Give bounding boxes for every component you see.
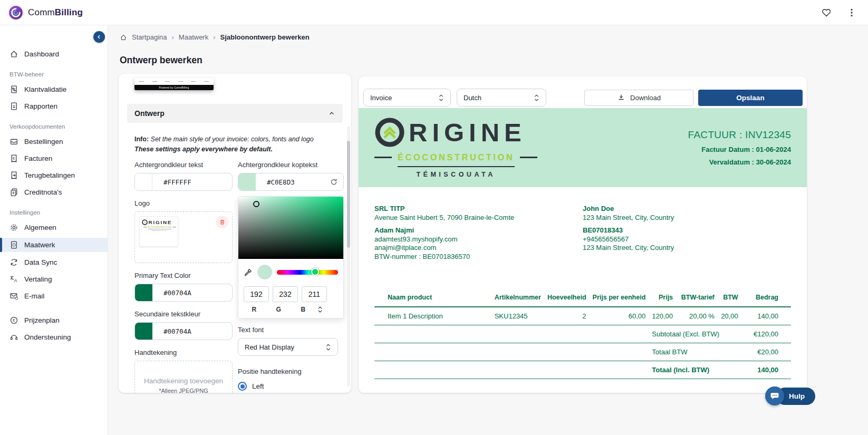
sidebar-item-ondersteuning[interactable]: Ondersteuning — [0, 331, 108, 344]
summary-value: 140,00 — [741, 361, 791, 379]
sidebar-item-vertaling[interactable]: A Vertaling — [0, 273, 108, 286]
bg-text-swatch[interactable] — [135, 173, 152, 190]
breadcrumb-current: Sjabloonontwerp bewerken — [220, 33, 310, 41]
logo-preview: RIGINE ÉCOCONSTRUCTION TÉMISCOUATA — [139, 216, 178, 247]
sidebar-item-creditnotas[interactable]: Creditnota's — [0, 186, 108, 199]
design-section-header[interactable]: Ontwerp — [127, 104, 343, 123]
sync-icon — [9, 258, 18, 267]
cell: 2 — [544, 307, 590, 325]
sidebar-item-maatwerk[interactable]: Maatwerk — [0, 238, 108, 252]
signature-add-text: Handtekening toevoegen — [144, 377, 223, 385]
secondary-color-swatch[interactable] — [135, 323, 152, 340]
invoice-due-date: Vervaldatum : 30-06-2024 — [688, 158, 791, 166]
signature-position-left[interactable]: Left — [238, 382, 344, 391]
bg-header-color-field — [238, 173, 344, 191]
secondary-color-hex-input[interactable] — [152, 327, 203, 335]
chevron-up-icon[interactable] — [328, 110, 335, 117]
green-value-input[interactable] — [273, 286, 298, 302]
invoice-number: FACTUUR : INV12345 — [688, 129, 791, 141]
sidebar-item-prijzenplan[interactable]: € Prijzenplan — [0, 314, 108, 327]
secondary-color-field — [134, 322, 233, 340]
logo-label: Logo — [134, 199, 233, 207]
sidebar-item-email[interactable]: E-mail — [0, 289, 108, 303]
primary-color-swatch[interactable] — [135, 284, 152, 301]
blue-label: B — [293, 306, 314, 313]
text-font-select[interactable]: Red Hat Display — [238, 338, 338, 356]
logo-name-text: RIGINE — [409, 120, 526, 146]
logo-upload-box[interactable]: RIGINE ÉCOCONSTRUCTION TÉMISCOUATA — [134, 211, 233, 263]
bg-header-swatch[interactable] — [238, 173, 256, 190]
selected-color-preview — [257, 265, 272, 279]
radio-left[interactable] — [238, 382, 247, 391]
color-reset-refresh-icon[interactable] — [330, 178, 338, 186]
language-select[interactable]: Dutch — [457, 89, 546, 107]
grand-total-row: Totaal (Incl. BTW) 140,00 — [374, 361, 791, 379]
euro-circle-icon: € — [9, 316, 18, 325]
commbilling-logo-icon — [8, 5, 23, 20]
sidebar-item-algemeen[interactable]: Algemeen — [0, 221, 108, 234]
text-font-label: Text font — [238, 326, 344, 334]
breadcrumb: Startpagina › Maatwerk › Sjabloonontwerp… — [120, 33, 310, 41]
invoice-preview-panel: Invoice Dutch Download — [359, 76, 807, 393]
saturation-value-area[interactable] — [238, 197, 343, 259]
sidebar-item-klantvalidatie[interactable]: Klantvalidatie — [0, 83, 108, 96]
red-value-input[interactable] — [244, 286, 269, 302]
origine-logo: RIGINE ÉCOCONSTRUCTION TÉMISCOUATA — [374, 117, 537, 178]
sidebar-item-data-sync[interactable]: Data Sync — [0, 256, 108, 269]
cell — [374, 325, 649, 343]
saturation-value-marker[interactable] — [253, 201, 259, 207]
eyedropper-icon[interactable] — [244, 268, 253, 277]
bg-text-hex-input[interactable] — [152, 178, 203, 186]
template-thumbnail[interactable]: Powered by CommBilling — [134, 78, 214, 90]
select-updown-icon — [325, 343, 331, 351]
sidebar-item-facturen[interactable]: € Facturen — [0, 152, 108, 165]
col-header: Prijs per eenheid — [590, 291, 649, 307]
bg-header-label: Achtergrondkleur koptekst — [238, 161, 344, 169]
col-header: Naam product — [374, 291, 491, 307]
home-icon — [9, 50, 18, 59]
breadcrumb-home-icon — [120, 34, 127, 41]
origine-o-glyph-icon — [374, 117, 405, 148]
sidebar-item-rapporten[interactable]: Rapporten — [0, 100, 108, 113]
overflow-menu-icon[interactable] — [846, 7, 857, 18]
save-button[interactable]: Opslaan — [698, 90, 803, 106]
hue-slider[interactable] — [277, 270, 338, 275]
sidebar-item-bestellingen[interactable]: Bestellingen — [0, 135, 108, 148]
download-button[interactable]: Download — [584, 90, 693, 106]
svg-text:A: A — [14, 278, 17, 283]
cell: SKU12345 — [491, 307, 544, 325]
breadcrumb-startpagina[interactable]: Startpagina — [132, 33, 167, 41]
inbox-icon — [9, 137, 18, 146]
green-label: G — [268, 306, 290, 313]
signature-label: Handtekening — [134, 349, 233, 356]
cell — [374, 343, 649, 361]
logo-delete-trash-icon[interactable] — [216, 216, 228, 228]
total-vat-row: Totaal BTW €20,00 — [374, 343, 791, 361]
blue-value-input[interactable] — [302, 286, 327, 302]
sidebar-heading-btw: BTW-beheer — [0, 71, 108, 78]
summary-label: Totaal (Incl. BTW) — [649, 361, 741, 379]
col-header: Prijs — [649, 291, 676, 307]
design-settings-panel: Powered by CommBilling Ontwerp Info: Set… — [119, 74, 351, 393]
favorites-heart-icon[interactable] — [821, 7, 832, 18]
sidebar-item-terugbetalingen[interactable]: Terugbetalingen — [0, 169, 108, 182]
topbar: CommBilling — [0, 0, 868, 25]
cell: 140,00 — [741, 307, 791, 325]
hue-slider-thumb[interactable] — [311, 268, 319, 276]
origine-o-glyph-icon — [142, 219, 148, 225]
sidebar-heading-instellingen: Instellingen — [0, 209, 108, 216]
download-icon — [617, 93, 625, 102]
bg-header-hex-input[interactable] — [256, 178, 301, 186]
sidebar-collapse-button[interactable] — [93, 31, 105, 43]
breadcrumb-maatwerk[interactable]: Maatwerk — [179, 33, 208, 41]
document-type-select[interactable]: Invoice — [363, 89, 451, 107]
primary-color-hex-input[interactable] — [152, 289, 203, 297]
cell: 60,00 — [590, 307, 649, 325]
help-chat-icon[interactable] — [765, 386, 784, 405]
design-info: Info: Set the main style of your invoice… — [134, 134, 344, 154]
panel-scrollbar-thumb[interactable] — [347, 141, 350, 248]
rgb-mode-toggle-icon[interactable] — [317, 306, 339, 313]
design-section-title: Ontwerp — [134, 109, 165, 118]
signature-upload-box[interactable]: Handtekening toevoegen *Alleen JPEG/PNG — [134, 361, 233, 393]
sidebar-item-dashboard[interactable]: Dashboard — [0, 47, 108, 61]
